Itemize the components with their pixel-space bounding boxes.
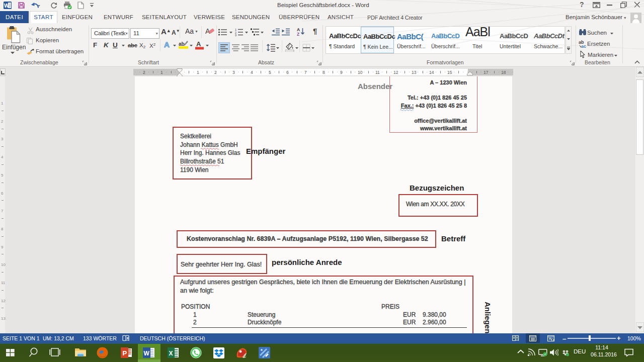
- svg-text:W: W: [4, 3, 10, 9]
- svg-text:P: P: [123, 349, 127, 357]
- svg-text:ac: ac: [581, 44, 586, 48]
- svg-text:Z: Z: [297, 32, 299, 36]
- svg-text:ab: ab: [179, 41, 185, 47]
- svg-text:X: X: [169, 350, 173, 357]
- svg-text:W: W: [144, 350, 150, 357]
- svg-text:3: 3: [235, 34, 236, 36]
- svg-text:A: A: [196, 40, 201, 48]
